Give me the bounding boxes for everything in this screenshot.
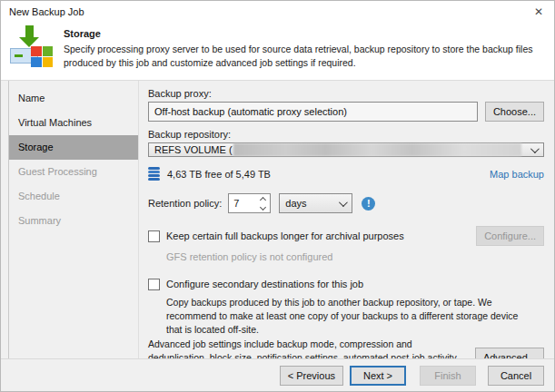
storage-step-content: Backup proxy: Off-host backup (automatic… <box>139 81 554 358</box>
secondary-destination-checkbox-row: Configure secondary destinations for thi… <box>148 278 544 290</box>
sidebar-item-schedule[interactable]: Schedule <box>9 184 138 209</box>
choose-proxy-button[interactable]: Choose... <box>485 102 544 122</box>
backup-proxy-row: Off-host backup (automatic proxy selecti… <box>148 102 544 122</box>
secondary-destination-label: Configure secondary destinations for thi… <box>166 278 363 290</box>
sidebar-item-summary[interactable]: Summary <box>9 209 138 233</box>
gfs-checkbox[interactable] <box>148 230 160 242</box>
info-icon: ! <box>362 197 375 211</box>
wizard-header: Storage Specify processing proxy server … <box>1 22 554 81</box>
new-backup-job-dialog: New Backup Job ✕ Storage Specify process… <box>0 0 555 392</box>
configure-gfs-button[interactable]: Configure... <box>476 226 544 246</box>
retention-policy-row: Retention policy: 7 days ! <box>148 193 544 213</box>
gfs-status-text: GFS retention policy is not configured <box>166 251 544 262</box>
header-text: Storage Specify processing proxy server … <box>64 24 545 80</box>
secondary-destination-checkbox[interactable] <box>148 279 160 290</box>
previous-button[interactable]: < Previous <box>280 366 343 386</box>
backup-repository-dropdown[interactable]: REFS VOLUME ( <box>148 142 544 157</box>
retention-policy-label: Retention policy: <box>148 198 222 209</box>
spinner-up-icon[interactable] <box>260 196 266 202</box>
backup-proxy-label: Backup proxy: <box>148 88 544 99</box>
sidebar-item-virtual-machines[interactable]: Virtual Machines <box>9 111 138 135</box>
close-icon[interactable]: ✕ <box>529 3 549 20</box>
chevron-down-icon <box>339 198 348 207</box>
retention-unit-dropdown[interactable]: days <box>279 193 352 213</box>
disk-stack-icon <box>148 167 160 181</box>
backup-repository-label: Backup repository: <box>148 129 544 140</box>
windows-logo-icon <box>31 46 53 67</box>
spinner-buttons[interactable] <box>256 194 270 212</box>
chevron-down-icon <box>530 144 540 153</box>
wizard-footer: < Previous Next > Finish Cancel <box>1 358 554 391</box>
page-description: Specify processing proxy server to be us… <box>64 43 540 69</box>
window-title: New Backup Job <box>9 6 84 17</box>
page-title: Storage <box>64 28 540 39</box>
backup-job-icon <box>10 24 54 70</box>
green-arrow-icon <box>25 25 34 38</box>
gfs-checkbox-label: Keep certain full backups longer for arc… <box>166 230 404 242</box>
repository-redacted-value <box>233 143 521 156</box>
sidebar-item-guest-processing[interactable]: Guest Processing <box>9 160 138 184</box>
next-button[interactable]: Next > <box>350 366 406 386</box>
finish-button[interactable]: Finish <box>420 366 476 386</box>
spinner-down-icon[interactable] <box>260 203 266 210</box>
retention-value-spinner[interactable]: 7 <box>228 193 271 213</box>
wizard-steps-sidebar: Name Virtual Machines Storage Guest Proc… <box>8 81 139 358</box>
map-backup-link[interactable]: Map backup <box>490 169 544 180</box>
retention-unit-value: days <box>285 198 339 209</box>
capacity-row: 4,63 TB free of 5,49 TB Map backup <box>148 167 544 181</box>
wizard-body: Name Virtual Machines Storage Guest Proc… <box>1 81 554 358</box>
free-space-text: 4,63 TB free of 5,49 TB <box>167 169 271 180</box>
sidebar-item-storage[interactable]: Storage <box>9 135 138 160</box>
title-bar: New Backup Job ✕ <box>1 1 554 22</box>
cancel-button[interactable]: Cancel <box>488 366 544 386</box>
secondary-destination-description: Copy backups produced by this job to ano… <box>166 296 531 338</box>
backup-repository-value: REFS VOLUME ( <box>154 144 233 155</box>
sidebar-item-name[interactable]: Name <box>9 86 138 111</box>
retention-value: 7 <box>229 194 256 212</box>
gfs-checkbox-row: Keep certain full backups longer for arc… <box>148 226 544 246</box>
backup-proxy-field: Off-host backup (automatic proxy selecti… <box>148 102 478 122</box>
